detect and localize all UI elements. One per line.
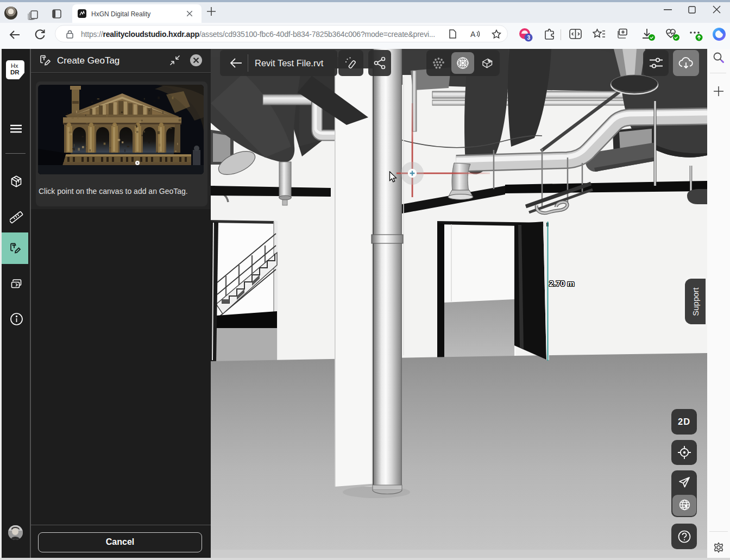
svg-text:DR: DR bbox=[10, 69, 20, 75]
svg-text:3: 3 bbox=[527, 35, 531, 41]
svg-text:A: A bbox=[470, 30, 476, 39]
svg-text:Hx: Hx bbox=[11, 62, 18, 69]
